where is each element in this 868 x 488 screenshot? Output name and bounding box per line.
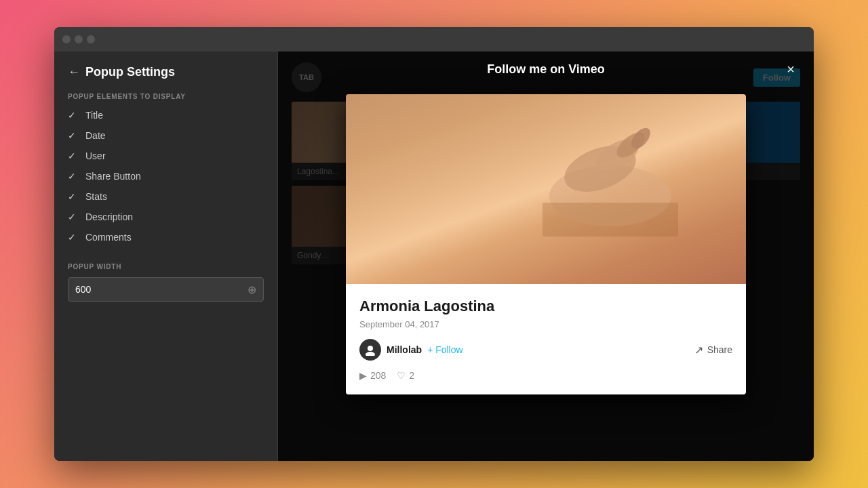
video-thumbnail[interactable] <box>346 94 746 284</box>
author-name: Millolab <box>387 344 422 355</box>
svg-point-6 <box>368 346 373 351</box>
likes-stat: ♡ 2 <box>397 370 414 381</box>
browser-content: ← Popup Settings POPUP ELEMENTS TO DISPL… <box>54 52 814 461</box>
checkbox-label-share: Share Button <box>85 171 141 182</box>
width-input-wrapper: ⊕ <box>68 277 264 302</box>
checkbox-label-description: Description <box>85 211 133 222</box>
elements-section-label: POPUP ELEMENTS TO DISPLAY <box>68 93 264 100</box>
views-count: 208 <box>370 370 386 381</box>
modal-close-button[interactable]: × <box>781 60 800 79</box>
svg-point-7 <box>366 352 375 356</box>
check-icon: ✓ <box>68 110 79 121</box>
minimize-button[interactable] <box>75 35 83 43</box>
checkbox-comments[interactable]: ✓ Comments <box>68 232 264 243</box>
checkbox-user[interactable]: ✓ User <box>68 150 264 161</box>
svg-rect-5 <box>542 203 678 237</box>
checkbox-description[interactable]: ✓ Description <box>68 211 264 222</box>
back-arrow-icon: ← <box>68 65 80 79</box>
share-button[interactable]: ↗ Share <box>694 344 732 357</box>
check-icon-share: ✓ <box>68 171 79 182</box>
video-date: September 04, 2017 <box>359 319 732 329</box>
right-panel: TAB Follow 1:33 Lagostina... V <box>278 52 814 461</box>
video-title: Armonia Lagostina <box>359 298 732 315</box>
modal-overlay: Follow me on Vimeo × <box>278 52 814 461</box>
checkbox-list: ✓ Title ✓ Date ✓ User ✓ Share Button ✓ <box>68 110 264 243</box>
checkbox-stats[interactable]: ✓ Stats <box>68 191 264 202</box>
checkbox-label-comments: Comments <box>85 232 132 243</box>
maximize-button[interactable] <box>87 35 95 43</box>
video-info: Armonia Lagostina September 04, 2017 <box>346 284 746 394</box>
browser-window: ← Popup Settings POPUP ELEMENTS TO DISPL… <box>54 27 814 461</box>
browser-titlebar <box>54 27 814 52</box>
heart-icon: ♡ <box>397 370 406 381</box>
avatar-icon <box>364 344 376 356</box>
author-avatar <box>359 339 381 361</box>
checkbox-label-date: Date <box>85 130 106 141</box>
width-input[interactable] <box>75 284 248 295</box>
width-section: POPUP WIDTH ⊕ <box>68 263 264 302</box>
hand-illustration <box>542 115 678 237</box>
check-icon-date: ✓ <box>68 130 79 141</box>
back-button[interactable]: ← Popup Settings <box>68 65 264 79</box>
width-section-label: POPUP WIDTH <box>68 263 264 270</box>
share-icon: ↗ <box>694 344 703 357</box>
checkbox-label-stats: Stats <box>85 191 107 202</box>
checkbox-label-title: Title <box>85 110 103 121</box>
width-spinner-icon[interactable]: ⊕ <box>248 283 256 296</box>
modal-header: Follow me on Vimeo × <box>278 52 814 87</box>
check-icon-stats: ✓ <box>68 191 79 202</box>
video-stats: ▶ 208 ♡ 2 <box>359 370 732 381</box>
checkbox-share-button[interactable]: ✓ Share Button <box>68 171 264 182</box>
close-button[interactable] <box>62 35 71 43</box>
views-stat: ▶ 208 <box>359 370 386 381</box>
modal-content: Armonia Lagostina September 04, 2017 <box>346 94 746 394</box>
check-icon-comments: ✓ <box>68 232 79 243</box>
share-label: Share <box>707 344 732 355</box>
modal-title: Follow me on Vimeo <box>487 62 605 77</box>
checkbox-date[interactable]: ✓ Date <box>68 130 264 141</box>
check-icon-description: ✓ <box>68 211 79 222</box>
likes-count: 2 <box>409 370 414 381</box>
panel-title: Popup Settings <box>85 65 175 79</box>
traffic-lights <box>62 35 95 43</box>
video-author-row: Millolab + Follow ↗ Share <box>359 339 732 361</box>
play-icon: ▶ <box>359 370 367 381</box>
author-left: Millolab + Follow <box>359 339 463 361</box>
checkbox-title[interactable]: ✓ Title <box>68 110 264 121</box>
check-icon-user: ✓ <box>68 150 79 161</box>
follow-author-link[interactable]: + Follow <box>427 344 463 355</box>
left-panel: ← Popup Settings POPUP ELEMENTS TO DISPL… <box>54 52 278 461</box>
checkbox-label-user: User <box>85 150 106 161</box>
